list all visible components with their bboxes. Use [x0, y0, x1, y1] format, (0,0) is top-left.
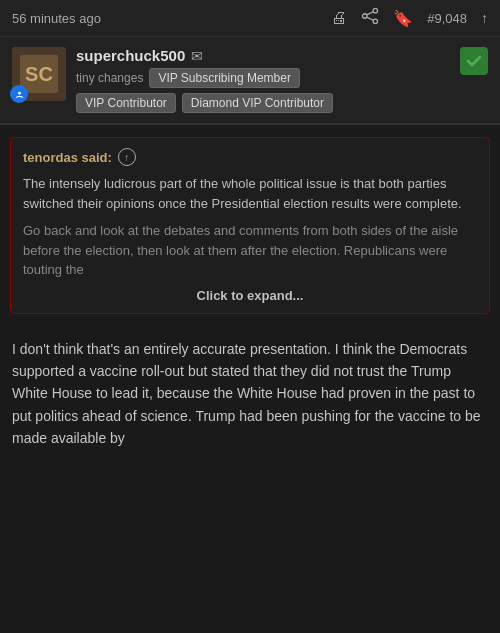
user-badges-row: VIP Contributor Diamond VIP Contributor: [76, 93, 488, 113]
quote-block: tenordas said: ↑ The intensely ludicrous…: [10, 137, 490, 314]
top-bar-actions: 🖨 🔖 #9,048 ↑: [331, 8, 488, 28]
badge-vip-contributor: VIP Contributor: [76, 93, 176, 113]
bookmark-icon[interactable]: 🔖: [393, 9, 413, 28]
user-info: superchuck500 ✉ tiny changes VIP Subscri…: [76, 47, 488, 113]
svg-point-9: [18, 91, 21, 94]
user-subtitle: tiny changes VIP Subscribing Member: [76, 68, 488, 88]
badge-vip-subscribing: VIP Subscribing Member: [149, 68, 300, 88]
post-text: I don't think that's an entirely accurat…: [12, 338, 488, 450]
quote-author-name: tenordas said:: [23, 150, 112, 165]
quote-text: The intensely ludicrous part of the whol…: [23, 174, 477, 280]
scroll-up-icon[interactable]: ↑: [481, 10, 488, 26]
share-icon[interactable]: [361, 8, 379, 28]
expand-button[interactable]: Click to expand...: [23, 288, 477, 303]
user-tiny-changes: tiny changes: [76, 71, 143, 85]
username[interactable]: superchuck500: [76, 47, 185, 64]
badge-diamond-vip: Diamond VIP Contributor: [182, 93, 333, 113]
print-icon[interactable]: 🖨: [331, 9, 347, 27]
top-bar: 56 minutes ago 🖨 🔖 #9,048 ↑: [0, 0, 500, 37]
avatar-badge: [10, 85, 28, 103]
svg-point-2: [363, 14, 367, 18]
quote-paragraph-2: Go back and look at the debates and comm…: [23, 221, 477, 280]
svg-line-3: [367, 12, 374, 15]
svg-point-1: [373, 19, 377, 23]
svg-point-0: [373, 8, 377, 12]
check-mark-icon[interactable]: [460, 47, 488, 75]
quote-up-icon[interactable]: ↑: [118, 148, 136, 166]
quote-author: tenordas said: ↑: [23, 148, 477, 166]
post-number: #9,048: [427, 11, 467, 26]
quote-paragraph-1: The intensely ludicrous part of the whol…: [23, 174, 477, 213]
mail-icon[interactable]: ✉: [191, 48, 203, 64]
svg-text:SC: SC: [25, 63, 53, 85]
post-content: I don't think that's an entirely accurat…: [0, 324, 500, 462]
avatar-wrap: SC: [12, 47, 66, 101]
user-card: SC superchuck500 ✉ tiny changes VIP Subs…: [0, 37, 500, 125]
time-ago: 56 minutes ago: [12, 11, 101, 26]
svg-line-4: [367, 17, 374, 20]
